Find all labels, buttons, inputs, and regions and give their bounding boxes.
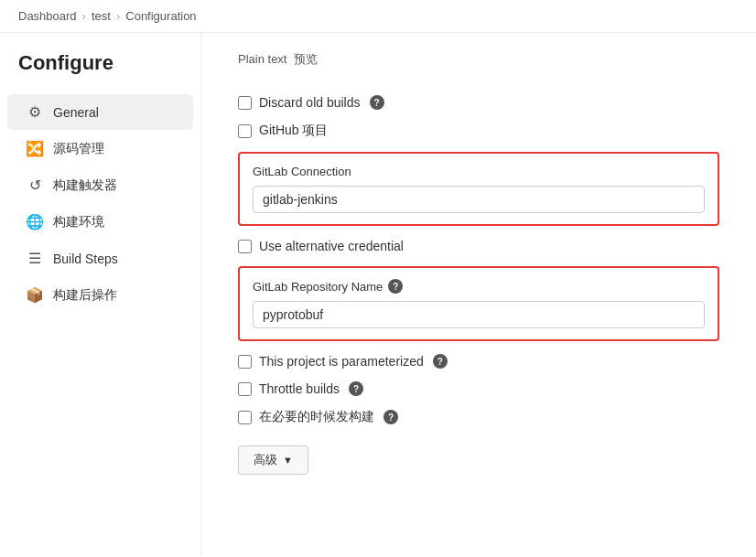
sidebar-item-general[interactable]: ⚙ General xyxy=(7,94,193,130)
gitlab-repo-help-icon[interactable]: ? xyxy=(388,279,403,294)
use-alternative-checkbox[interactable] xyxy=(238,240,252,253)
sidebar: Configure ⚙ General 🔀 源码管理 ↺ 构建触发器 🌐 构建环… xyxy=(0,33,201,555)
parameterized-help-icon[interactable]: ? xyxy=(433,354,448,369)
github-project-row: GitHub 项目 xyxy=(238,123,719,139)
discard-old-builds-label: Discard old builds xyxy=(259,95,361,110)
sidebar-item-build-env[interactable]: 🌐 构建环境 xyxy=(7,204,193,240)
throttle-label: Throttle builds xyxy=(259,381,340,396)
use-alternative-label: Use alternative credential xyxy=(259,239,404,253)
sidebar-item-build-trigger[interactable]: ↺ 构建触发器 xyxy=(7,167,193,203)
gitlab-repository-label: GitLab Repository Name ? xyxy=(253,279,705,294)
branch-icon: 🔀 xyxy=(26,140,44,157)
github-project-label: GitHub 项目 xyxy=(259,123,328,139)
github-project-checkbox[interactable] xyxy=(238,124,252,138)
sidebar-item-label: General xyxy=(53,105,99,120)
discard-old-builds-checkbox[interactable] xyxy=(238,96,252,110)
main-content: Plain text 预览 Discard old builds ? GitHu… xyxy=(201,33,756,555)
when-necessary-help-icon[interactable]: ? xyxy=(383,410,398,424)
box-icon: 📦 xyxy=(26,286,44,304)
chevron-down-icon: ▼ xyxy=(283,455,293,466)
discard-old-builds-row: Discard old builds ? xyxy=(238,95,719,110)
use-alternative-row: Use alternative credential xyxy=(238,239,719,253)
gitlab-repository-input[interactable] xyxy=(253,301,705,328)
when-necessary-row: 在必要的时候发构建 ? xyxy=(238,409,719,425)
sidebar-item-label: 构建后操作 xyxy=(53,287,117,304)
globe-icon: 🌐 xyxy=(26,213,44,230)
breadcrumb-sep-1: › xyxy=(82,9,86,23)
breadcrumb-current: Configuration xyxy=(125,9,196,23)
throttle-checkbox[interactable] xyxy=(238,382,252,396)
sidebar-item-post-build[interactable]: 📦 构建后操作 xyxy=(7,277,193,313)
when-necessary-label: 在必要的时候发构建 xyxy=(259,409,374,425)
sidebar-item-label: 源码管理 xyxy=(53,141,104,157)
sidebar-item-label: 构建触发器 xyxy=(53,177,117,194)
sidebar-item-label: Build Steps xyxy=(53,252,118,266)
sidebar-item-build-steps[interactable]: ☰ Build Steps xyxy=(7,241,193,276)
breadcrumb-sep-2: › xyxy=(116,9,120,23)
gitlab-connection-input[interactable] xyxy=(253,186,705,213)
sidebar-item-label: 构建环境 xyxy=(53,214,104,230)
breadcrumb-test[interactable]: test xyxy=(92,9,111,23)
gitlab-repository-group: GitLab Repository Name ? xyxy=(238,266,719,341)
sidebar-item-source-mgmt[interactable]: 🔀 源码管理 xyxy=(7,131,193,166)
parameterized-row: This project is parameterized ? xyxy=(238,354,719,369)
list-icon: ☰ xyxy=(26,250,44,267)
throttle-help-icon[interactable]: ? xyxy=(349,381,363,396)
plain-text-link[interactable]: Plain text 预览 xyxy=(238,51,318,68)
sidebar-title: Configure xyxy=(0,51,200,93)
parameterized-label: This project is parameterized xyxy=(259,354,424,369)
advanced-button[interactable]: 高级 ▼ xyxy=(238,445,308,475)
refresh-icon: ↺ xyxy=(26,177,44,194)
plain-text-label: Plain text xyxy=(238,52,286,66)
throttle-row: Throttle builds ? xyxy=(238,381,719,396)
parameterized-checkbox[interactable] xyxy=(238,355,252,369)
gitlab-connection-label: GitLab Connection xyxy=(253,165,705,178)
gear-icon: ⚙ xyxy=(26,103,44,121)
breadcrumb-dashboard[interactable]: Dashboard xyxy=(18,9,77,23)
advanced-button-label: 高级 xyxy=(254,452,277,468)
gitlab-connection-group: GitLab Connection xyxy=(238,152,719,226)
discard-help-icon[interactable]: ? xyxy=(370,95,384,110)
when-necessary-checkbox[interactable] xyxy=(238,411,252,424)
preview-label: 预览 xyxy=(294,52,318,66)
plain-text-row: Plain text 预览 xyxy=(238,51,719,82)
breadcrumb: Dashboard › test › Configuration xyxy=(0,0,756,33)
